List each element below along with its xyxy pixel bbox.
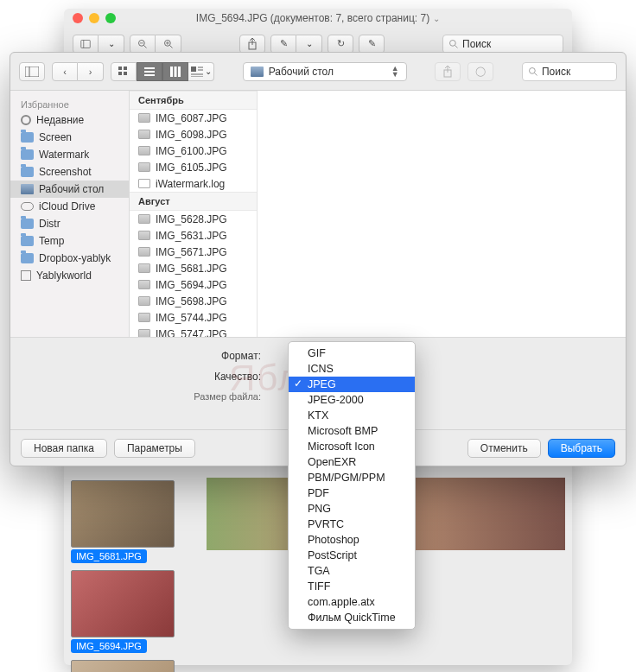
- file-icon: [138, 296, 150, 306]
- markup-button[interactable]: ✎: [359, 35, 385, 54]
- gallery-view-button[interactable]: ⌄: [188, 62, 214, 81]
- file-name: IMG_6098.JPG: [156, 129, 227, 141]
- file-row[interactable]: IMG_5744.JPG: [130, 309, 257, 326]
- dropdown-item-png[interactable]: PNG: [289, 501, 415, 517]
- sidebar-item-watermark[interactable]: Watermark: [10, 146, 129, 163]
- format-dropdown[interactable]: GIFICNSJPEGJPEG-2000KTXMicrosoft BMPMicr…: [288, 341, 416, 630]
- sidebar-item-label: Temp: [39, 235, 64, 247]
- view-mode-segment[interactable]: ⌄: [111, 62, 214, 81]
- sidebar-item-dropbox-yablyk[interactable]: Dropbox-yablyk: [10, 250, 129, 267]
- dropdown-item-tga[interactable]: TGA: [289, 563, 415, 579]
- sidebar-toggle-button[interactable]: [19, 62, 45, 81]
- dropdown-item-icns[interactable]: ICNS: [289, 361, 415, 377]
- sidebar-item-yablykworld[interactable]: Yablykworld: [10, 267, 129, 284]
- group-header: Сентябрь: [130, 91, 257, 110]
- chevron-down-icon[interactable]: ⌄: [296, 35, 322, 54]
- markup-toggle[interactable]: ✎ ⌄: [270, 35, 322, 54]
- sidebar-item-temp[interactable]: Temp: [10, 232, 129, 250]
- home-icon: [21, 270, 31, 281]
- params-button[interactable]: Параметры: [114, 439, 195, 458]
- file-row[interactable]: IMG_5698.JPG: [130, 293, 257, 309]
- dropdown-item-pvrtc[interactable]: PVRTC: [289, 517, 415, 532]
- file-row[interactable]: IMG_5747.JPG: [130, 326, 257, 337]
- zoom-in-icon[interactable]: [156, 35, 181, 54]
- path-label: Рабочий стол: [269, 66, 334, 78]
- dropdown-item-pbm-pgm-ppm[interactable]: PBM/PGM/PPM: [289, 470, 415, 485]
- dropdown-item-tiff[interactable]: TIFF: [289, 579, 415, 594]
- thumbnail-item[interactable]: IMG_5694.JPG: [71, 570, 200, 653]
- thumbnail-item[interactable]: IMG_5681.JPG: [71, 480, 200, 563]
- new-folder-button[interactable]: Новая папка: [21, 439, 107, 458]
- thumbnail-sidebar: IMG_5681.JPG IMG_5694.JPG: [71, 473, 200, 672]
- file-row[interactable]: IMG_5628.JPG: [130, 211, 257, 227]
- file-row[interactable]: IMG_6087.JPG: [130, 110, 257, 126]
- minimize-icon[interactable]: [89, 13, 99, 23]
- file-row[interactable]: IMG_5671.JPG: [130, 244, 257, 260]
- file-row[interactable]: IMG_6105.JPG: [130, 159, 257, 175]
- choose-button[interactable]: Выбрать: [548, 439, 615, 458]
- sidebar-item-label: Dropbox-yablyk: [39, 252, 111, 264]
- file-row[interactable]: IMG_6098.JPG: [130, 126, 257, 143]
- dropdown-item-photoshop[interactable]: Photoshop: [289, 532, 415, 548]
- forward-button[interactable]: ›: [78, 62, 104, 81]
- sidebar-item-label: Yablykworld: [36, 269, 92, 282]
- tags-button[interactable]: ◯: [467, 62, 493, 81]
- dropdown-item-ktx[interactable]: KTX: [289, 408, 415, 423]
- sidebar-item-screenshot[interactable]: Screenshot: [10, 163, 129, 181]
- nav-buttons[interactable]: ‹ ›: [52, 62, 104, 81]
- sidebar-item-рабочий-стол[interactable]: Рабочий стол: [10, 181, 129, 198]
- file-row[interactable]: IMG_5631.JPG: [130, 227, 257, 244]
- cancel-button[interactable]: Отменить: [467, 439, 541, 458]
- sidebar-toggle[interactable]: ⌄: [73, 35, 124, 54]
- chevron-down-icon[interactable]: ⌄: [433, 14, 440, 23]
- highlight-icon[interactable]: ✎: [270, 35, 296, 54]
- file-row[interactable]: IMG_6100.JPG: [130, 143, 257, 159]
- file-name: IMG_5631.JPG: [156, 230, 227, 242]
- dropdown-item-microsoft-icon[interactable]: Microsoft Icon: [289, 439, 415, 454]
- sidebar-item-label: Недавние: [36, 114, 84, 126]
- dropdown-item-gif[interactable]: GIF: [289, 346, 415, 361]
- dropdown-item--quicktime[interactable]: Фильм QuickTime: [289, 610, 415, 625]
- dropdown-item-com-apple-atx[interactable]: com.apple.atx: [289, 594, 415, 610]
- chooser-search[interactable]: Поиск: [522, 62, 617, 81]
- folder-icon: [21, 167, 34, 177]
- dropdown-item-openexr[interactable]: OpenEXR: [289, 454, 415, 470]
- sidebar-header: Избранное: [10, 96, 129, 111]
- back-button[interactable]: ‹: [52, 62, 78, 81]
- thumbnail-item[interactable]: [71, 660, 200, 672]
- traffic-lights[interactable]: [73, 13, 116, 23]
- sidebar-item-screen[interactable]: Screen: [10, 129, 129, 146]
- clock-icon: [21, 115, 31, 125]
- file-name: IMG_5681.JPG: [156, 263, 227, 275]
- zoom-icon[interactable]: [105, 13, 116, 23]
- zoom-controls[interactable]: [130, 35, 181, 54]
- sidebar-item-icloud-drive[interactable]: iCloud Drive: [10, 198, 129, 215]
- list-view-button[interactable]: [137, 62, 162, 81]
- sidebar-item-label: Screen: [39, 131, 72, 143]
- dropdown-item-postscript[interactable]: PostScript: [289, 548, 415, 563]
- svg-rect-16: [124, 67, 127, 70]
- sidebar-item-недавние[interactable]: Недавние: [10, 111, 129, 129]
- file-row[interactable]: iWatermark.log: [130, 175, 257, 192]
- dropdown-item-microsoft-bmp[interactable]: Microsoft BMP: [289, 423, 415, 439]
- svg-rect-24: [178, 67, 181, 77]
- file-icon: [138, 179, 150, 188]
- thumbnail-label: IMG_5681.JPG: [71, 549, 147, 563]
- icon-view-button[interactable]: [111, 62, 137, 81]
- preview-search[interactable]: Поиск: [442, 35, 563, 54]
- path-popup[interactable]: Рабочий стол ▲▼: [243, 62, 407, 81]
- share-button[interactable]: [435, 62, 461, 81]
- file-row[interactable]: IMG_5681.JPG: [130, 260, 257, 276]
- zoom-out-icon[interactable]: [130, 35, 156, 54]
- sidebar-item-distr[interactable]: Distr: [10, 215, 129, 232]
- share-button[interactable]: [239, 35, 265, 54]
- file-row[interactable]: IMG_5694.JPG: [130, 276, 257, 293]
- svg-rect-15: [118, 67, 122, 70]
- dropdown-item-jpeg-2000[interactable]: JPEG-2000: [289, 392, 415, 408]
- close-icon[interactable]: [73, 13, 83, 23]
- search-placeholder: Поиск: [542, 66, 570, 78]
- dropdown-item-pdf[interactable]: PDF: [289, 485, 415, 501]
- dropdown-item-jpeg[interactable]: JPEG: [289, 377, 415, 392]
- rotate-button[interactable]: ↻: [328, 35, 353, 54]
- column-view-button[interactable]: [162, 62, 188, 81]
